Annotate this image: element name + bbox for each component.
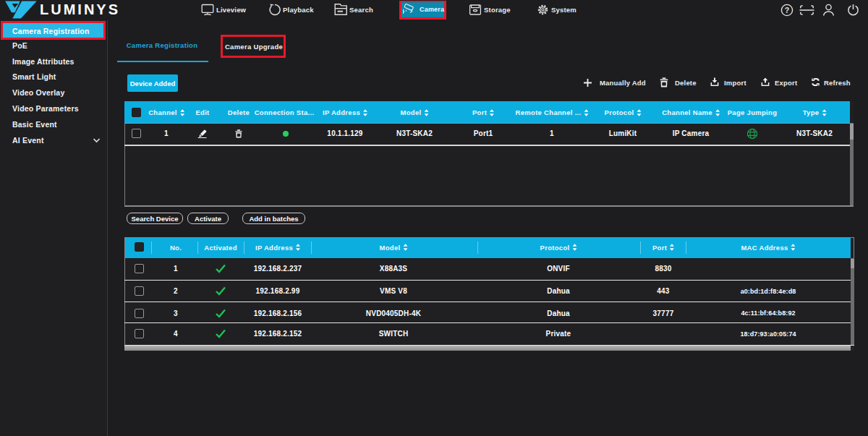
- svg-text:?: ?: [785, 6, 789, 14]
